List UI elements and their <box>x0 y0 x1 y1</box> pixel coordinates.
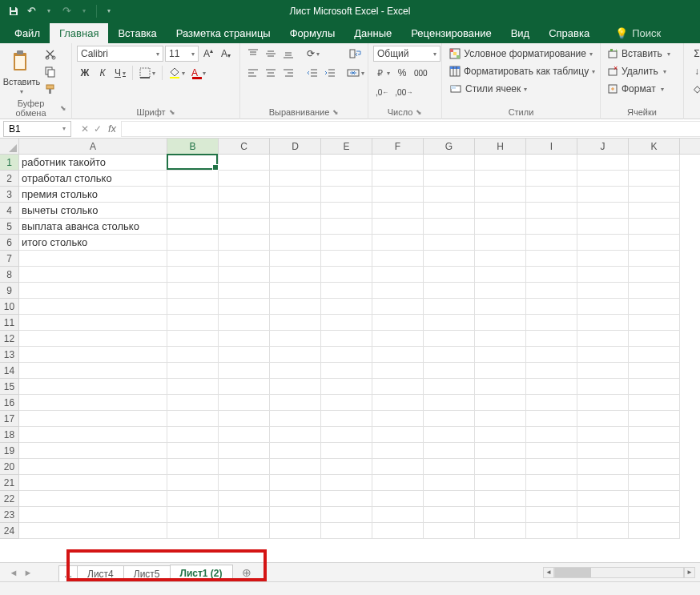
tab-home[interactable]: Главная <box>50 23 108 43</box>
cell-J14[interactable] <box>577 363 629 379</box>
undo-dropdown-icon[interactable]: ▾ <box>42 4 56 18</box>
cell-K10[interactable] <box>629 299 680 315</box>
cell-A15[interactable] <box>19 379 167 395</box>
tab-layout[interactable]: Разметка страницы <box>167 23 280 43</box>
cell-I6[interactable] <box>526 235 577 251</box>
cell-C4[interactable] <box>219 203 270 219</box>
sheet-nav-next-icon[interactable]: ► <box>21 568 35 577</box>
cell-C6[interactable] <box>219 235 270 251</box>
align-center-button[interactable] <box>263 65 279 81</box>
cell-D11[interactable] <box>270 315 321 331</box>
cell-E24[interactable] <box>321 523 372 539</box>
cell-C15[interactable] <box>219 379 270 395</box>
launcher-icon[interactable]: ⬊ <box>60 104 66 112</box>
cell-G8[interactable] <box>424 267 475 283</box>
cell-E4[interactable] <box>321 203 372 219</box>
cell-A14[interactable] <box>19 363 167 379</box>
cell-J17[interactable] <box>577 411 629 427</box>
cell-D6[interactable] <box>270 235 321 251</box>
cell-C1[interactable] <box>219 155 270 171</box>
cell-D2[interactable] <box>270 171 321 187</box>
cell-K19[interactable] <box>629 443 680 459</box>
number-format-combo[interactable]: Общий▾ <box>373 46 441 62</box>
cell-H21[interactable] <box>475 475 526 491</box>
cell-H16[interactable] <box>475 395 526 411</box>
cell-G17[interactable] <box>424 411 475 427</box>
cell-H4[interactable] <box>475 203 526 219</box>
sheet-tab-5[interactable]: Лист5 <box>123 565 171 582</box>
row-header-21[interactable]: 21 <box>0 475 18 491</box>
cell-D22[interactable] <box>270 491 321 507</box>
cell-G11[interactable] <box>424 315 475 331</box>
cell-G20[interactable] <box>424 459 475 475</box>
cell-E18[interactable] <box>321 427 372 443</box>
fill-button[interactable]: ↓ <box>689 63 700 79</box>
cell-K1[interactable] <box>629 155 680 171</box>
cell-B11[interactable] <box>167 315 219 331</box>
cell-H6[interactable] <box>475 235 526 251</box>
cell-B22[interactable] <box>167 491 219 507</box>
column-header-C[interactable]: C <box>219 139 270 154</box>
cell-I8[interactable] <box>526 267 577 283</box>
cell-K3[interactable] <box>629 187 680 203</box>
cell-K4[interactable] <box>629 203 680 219</box>
cell-A13[interactable] <box>19 347 167 363</box>
cell-K21[interactable] <box>629 475 680 491</box>
cell-D19[interactable] <box>270 443 321 459</box>
cell-J22[interactable] <box>577 491 629 507</box>
row-header-17[interactable]: 17 <box>0 411 18 427</box>
cell-H24[interactable] <box>475 523 526 539</box>
cell-I21[interactable] <box>526 475 577 491</box>
cell-C22[interactable] <box>219 491 270 507</box>
cell-J9[interactable] <box>577 283 629 299</box>
cell-K22[interactable] <box>629 491 680 507</box>
cell-I11[interactable] <box>526 315 577 331</box>
row-header-11[interactable]: 11 <box>0 315 18 331</box>
scroll-left-icon[interactable]: ◄ <box>543 567 554 578</box>
column-header-A[interactable]: A <box>19 139 167 154</box>
align-middle-button[interactable] <box>263 46 279 62</box>
cell-H17[interactable] <box>475 411 526 427</box>
cell-J12[interactable] <box>577 331 629 347</box>
cell-C24[interactable] <box>219 523 270 539</box>
cell-F18[interactable] <box>372 427 424 443</box>
increase-decimal-button[interactable]: ,0← <box>373 84 391 100</box>
cell-H11[interactable] <box>475 315 526 331</box>
fill-color-button[interactable]: ▾ <box>167 65 187 81</box>
tab-view[interactable]: Вид <box>501 23 540 43</box>
cell-J2[interactable] <box>577 171 629 187</box>
undo-icon[interactable]: ↶ <box>24 4 38 18</box>
column-header-B[interactable]: B <box>167 139 219 154</box>
formula-input[interactable] <box>121 121 700 137</box>
cell-B13[interactable] <box>167 347 219 363</box>
add-sheet-button[interactable]: ⊕ <box>238 564 255 581</box>
cell-B6[interactable] <box>167 235 219 251</box>
cell-J1[interactable] <box>577 155 629 171</box>
cell-C21[interactable] <box>219 475 270 491</box>
cell-D24[interactable] <box>270 523 321 539</box>
cell-G10[interactable] <box>424 299 475 315</box>
cell-H9[interactable] <box>475 283 526 299</box>
column-header-I[interactable]: I <box>526 139 577 154</box>
sheet-tab-active[interactable]: Лист1 (2) <box>170 565 233 581</box>
row-header-9[interactable]: 9 <box>0 283 18 299</box>
cell-F3[interactable] <box>372 187 424 203</box>
cell-K17[interactable] <box>629 411 680 427</box>
cell-I15[interactable] <box>526 379 577 395</box>
cell-styles-button[interactable]: Стили ячеек▾ <box>447 81 595 97</box>
column-header-H[interactable]: H <box>475 139 526 154</box>
cell-E8[interactable] <box>321 267 372 283</box>
cell-E5[interactable] <box>321 219 372 235</box>
cell-C13[interactable] <box>219 347 270 363</box>
cell-F7[interactable] <box>372 251 424 267</box>
cell-C19[interactable] <box>219 443 270 459</box>
cell-K16[interactable] <box>629 395 680 411</box>
column-header-G[interactable]: G <box>424 139 475 154</box>
cell-H3[interactable] <box>475 187 526 203</box>
cell-G6[interactable] <box>424 235 475 251</box>
increase-font-button[interactable]: A▴ <box>200 46 216 62</box>
cell-C5[interactable] <box>219 219 270 235</box>
cell-B8[interactable] <box>167 267 219 283</box>
row-header-7[interactable]: 7 <box>0 251 18 267</box>
cell-C8[interactable] <box>219 267 270 283</box>
